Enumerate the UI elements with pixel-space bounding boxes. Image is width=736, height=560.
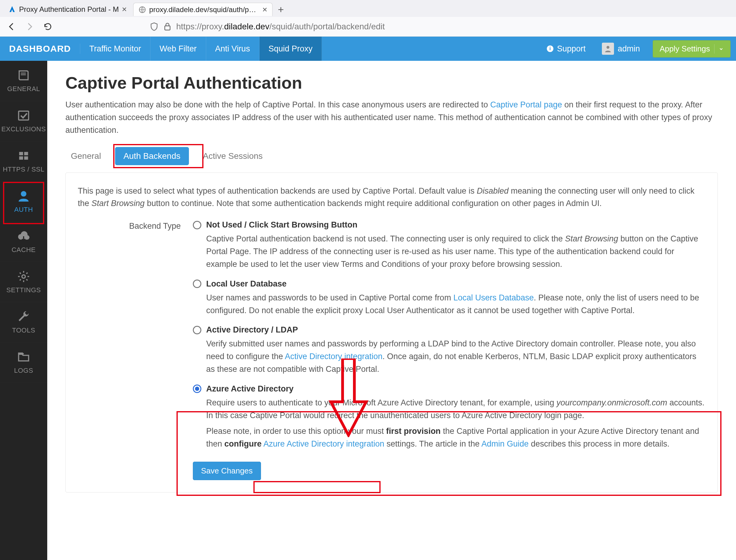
sidebar-label: TOOLS xyxy=(12,326,35,334)
url-host: diladele.dev xyxy=(224,22,269,31)
support-link[interactable]: i Support xyxy=(537,44,595,54)
lock-icon xyxy=(163,22,172,31)
gear-icon xyxy=(17,270,30,283)
user-icon xyxy=(17,189,30,203)
svg-rect-8 xyxy=(19,156,23,160)
aad-integration-link[interactable]: Azure Active Directory integration xyxy=(263,439,384,448)
captive-portal-page-link[interactable]: Captive Portal page xyxy=(490,100,562,109)
annotation-highlight xyxy=(253,481,381,493)
avatar-icon xyxy=(602,43,614,55)
tab-title: proxy.diladele.dev/squid/auth/porta xyxy=(149,5,259,14)
ad-integration-link[interactable]: Active Directory integration xyxy=(285,352,383,361)
apply-settings-label: Apply Settings xyxy=(660,44,710,54)
sidebar-item-tools[interactable]: TOOLS xyxy=(0,302,47,342)
url-prefix: https://proxy. xyxy=(176,22,224,31)
browser-tab-0[interactable]: Proxy Authentication Portal - M × xyxy=(3,3,132,16)
backend-options: Not Used / Click Start Browsing Button C… xyxy=(193,220,705,480)
new-tab-button[interactable]: + xyxy=(274,4,288,15)
option-desc: Verify submitted user names and password… xyxy=(206,338,705,376)
page-intro: User authentication may also be done wit… xyxy=(65,99,713,137)
option-local-user-db: Local User Database User names and passw… xyxy=(193,279,705,317)
tab-active-sessions[interactable]: Active Sessions xyxy=(197,147,268,165)
chevron-down-icon[interactable] xyxy=(714,44,724,54)
tab-title: Proxy Authentication Portal - M xyxy=(19,5,119,14)
option-desc: Captive Portal authentication backend is… xyxy=(206,233,705,271)
admin-guide-link[interactable]: Admin Guide xyxy=(481,439,529,448)
folder-open-icon xyxy=(17,350,30,364)
tab-bar: Proxy Authentication Portal - M × proxy.… xyxy=(0,0,736,17)
url-path: /squid/auth/portal/backend/edit xyxy=(269,22,385,31)
radio-local-user-db[interactable] xyxy=(193,280,201,288)
close-icon[interactable]: × xyxy=(262,5,267,14)
browser-tab-1[interactable]: proxy.diladele.dev/squid/auth/porta × xyxy=(133,3,272,16)
wrench-icon xyxy=(17,310,30,323)
option-title: Active Directory / LDAP xyxy=(206,325,298,335)
brand-logo[interactable]: DASHBOARD xyxy=(0,44,80,54)
option-desc-2: Please note, in order to use this option… xyxy=(206,425,705,450)
card-intro: This page is used to select what types o… xyxy=(78,185,705,210)
sidebar-item-https-ssl[interactable]: HTTPS / SSL xyxy=(0,141,47,182)
tab-auth-backends[interactable]: Auth Backends xyxy=(115,147,189,165)
radio-ad-ldap[interactable] xyxy=(193,326,201,334)
nav-anti-virus[interactable]: Anti Virus xyxy=(206,37,259,61)
svg-rect-9 xyxy=(24,156,28,160)
url-text: https://proxy.diladele.dev/squid/auth/po… xyxy=(176,22,385,31)
nav-web-filter[interactable]: Web Filter xyxy=(150,37,206,61)
radio-not-used[interactable] xyxy=(193,221,201,229)
sidebar-item-cache[interactable]: CACHE xyxy=(0,222,47,262)
svg-rect-6 xyxy=(19,152,23,155)
grid-icon xyxy=(17,149,30,162)
option-title: Local User Database xyxy=(206,279,287,289)
svg-rect-1 xyxy=(165,26,170,30)
tab-general[interactable]: General xyxy=(65,147,107,165)
reload-button[interactable] xyxy=(42,21,53,32)
svg-point-11 xyxy=(22,275,25,278)
sidebar-item-auth[interactable]: AUTH xyxy=(0,182,47,222)
page-title: Captive Portal Authentication xyxy=(65,73,718,93)
sidebar-item-exclusions[interactable]: EXCLUSIONS xyxy=(0,101,47,141)
top-nav: Traffic Monitor Web Filter Anti Virus Sq… xyxy=(80,37,322,61)
option-azure-ad: Azure Active Directory Require users to … xyxy=(193,384,705,450)
option-ad-ldap: Active Directory / LDAP Verify submitted… xyxy=(193,325,705,376)
page-tabs: General Auth Backends Active Sessions xyxy=(65,147,718,165)
svg-rect-5 xyxy=(19,111,29,120)
close-icon[interactable]: × xyxy=(122,5,126,14)
browser-chrome: Proxy Authentication Portal - M × proxy.… xyxy=(0,0,736,37)
sidebar-label: AUTH xyxy=(14,206,33,214)
info-icon: i xyxy=(546,45,554,53)
sidebar-label: SETTINGS xyxy=(6,286,41,294)
sidebar-item-settings[interactable]: SETTINGS xyxy=(0,262,47,302)
option-not-used: Not Used / Click Start Browsing Button C… xyxy=(193,220,705,271)
option-title: Azure Active Directory xyxy=(206,384,294,394)
svg-rect-7 xyxy=(24,152,28,155)
sidebar-label: HTTPS / SSL xyxy=(3,165,44,173)
local-users-db-link[interactable]: Local Users Database xyxy=(453,293,534,302)
nav-squid-proxy[interactable]: Squid Proxy xyxy=(259,37,322,61)
sidebar: GENERAL EXCLUSIONS HTTPS / SSL AUTH CACH… xyxy=(0,61,47,560)
book-icon xyxy=(17,69,30,82)
option-desc: User names and passwords to be used in C… xyxy=(206,292,705,317)
apply-settings-button[interactable]: Apply Settings xyxy=(653,40,731,57)
user-menu[interactable]: admin xyxy=(595,43,647,55)
forward-button[interactable] xyxy=(24,21,35,32)
backend-card: This page is used to select what types o… xyxy=(65,172,718,493)
cloud-download-icon xyxy=(17,230,30,243)
option-title: Not Used / Click Start Browsing Button xyxy=(206,220,357,230)
option-desc: Require users to authenticate to your Mi… xyxy=(206,397,705,422)
browser-nav-bar: https://proxy.diladele.dev/squid/auth/po… xyxy=(0,17,736,37)
sidebar-label: CACHE xyxy=(11,246,36,254)
sidebar-item-logs[interactable]: LOGS xyxy=(0,342,47,383)
save-changes-button[interactable]: Save Changes xyxy=(193,462,261,480)
nav-traffic-monitor[interactable]: Traffic Monitor xyxy=(80,37,150,61)
radio-azure-ad[interactable] xyxy=(193,385,201,393)
backend-type-label: Backend Type xyxy=(78,220,181,480)
svg-point-10 xyxy=(21,191,26,197)
sidebar-label: GENERAL xyxy=(7,85,40,93)
sidebar-item-general[interactable]: GENERAL xyxy=(0,61,47,101)
app-top-bar: DASHBOARD Traffic Monitor Web Filter Ant… xyxy=(0,37,736,61)
app-body: GENERAL EXCLUSIONS HTTPS / SSL AUTH CACH… xyxy=(0,61,736,560)
back-button[interactable] xyxy=(6,21,17,32)
support-label: Support xyxy=(557,44,586,54)
address-bar[interactable]: https://proxy.diladele.dev/squid/auth/po… xyxy=(146,22,730,31)
favicon-globe-icon xyxy=(138,6,146,14)
